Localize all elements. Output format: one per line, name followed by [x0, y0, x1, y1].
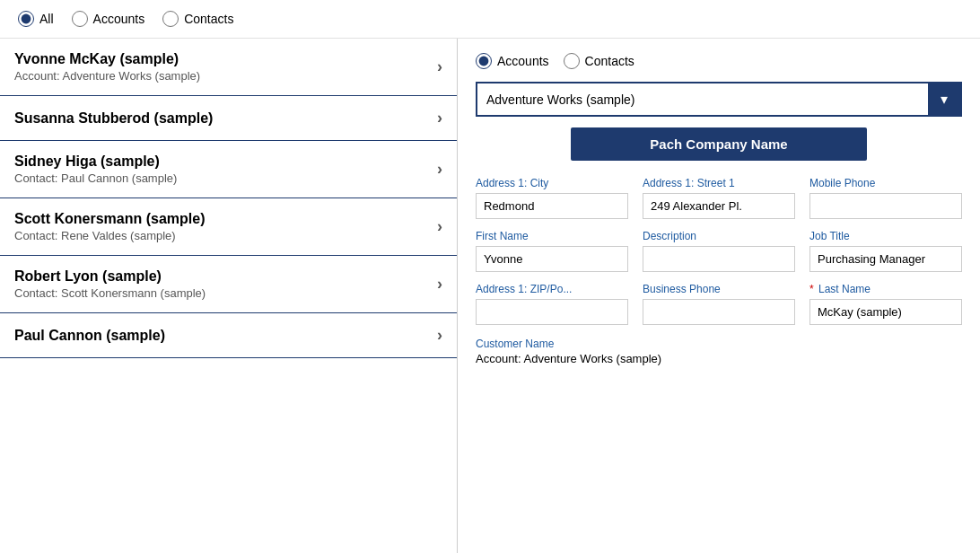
list-item-content: Yvonne McKay (sample)Account: Adventure …	[14, 51, 200, 83]
customer-name-section: Customer Name Account: Adventure Works (…	[476, 338, 962, 365]
input-jobtitle[interactable]	[809, 246, 962, 272]
list-item-arrow-icon: ›	[437, 160, 442, 179]
detail-filter-det-accounts[interactable]: Accounts	[476, 53, 549, 69]
detail-filter-det-contacts[interactable]: Contacts	[564, 53, 634, 69]
field-label-lastname: * Last Name	[809, 283, 962, 295]
field-city: Address 1: City	[476, 177, 628, 219]
filter-label-accounts: Accounts	[93, 12, 145, 26]
detail-radio-det-contacts[interactable]	[564, 53, 580, 69]
field-label-description: Description	[643, 230, 795, 242]
field-mobile: Mobile Phone	[809, 177, 962, 219]
list-item[interactable]: Robert Lyon (sample)Contact: Scott Koner…	[0, 256, 457, 313]
list-item-name: Robert Lyon (sample)	[14, 268, 206, 285]
list-item-arrow-icon: ›	[437, 57, 442, 76]
detail-filter-label-det-contacts: Contacts	[585, 54, 634, 68]
list-item-sub: Contact: Paul Cannon (sample)	[14, 171, 177, 185]
detail-form-grid: Address 1: CityAddress 1: Street 1Mobile…	[476, 177, 962, 325]
field-lastname: * Last Name	[809, 283, 962, 325]
field-label-bizphone: Business Phone	[643, 283, 795, 295]
list-item-name: Paul Cannon (sample)	[14, 328, 165, 344]
list-item[interactable]: Susanna Stubberod (sample)›	[0, 96, 457, 141]
filter-label-all: All	[39, 12, 54, 26]
list-item-arrow-icon: ›	[437, 326, 442, 345]
filter-radio-accounts[interactable]	[72, 11, 88, 27]
left-list-panel: Yvonne McKay (sample)Account: Adventure …	[0, 39, 458, 553]
list-item[interactable]: Sidney Higa (sample)Contact: Paul Cannon…	[0, 141, 457, 198]
list-item-content: Scott Konersmann (sample)Contact: Rene V…	[14, 211, 205, 242]
input-street1[interactable]	[643, 193, 795, 219]
field-zip: Address 1: ZIP/Po...	[476, 283, 628, 325]
list-item-content: Paul Cannon (sample)	[14, 328, 165, 344]
filter-radio-all[interactable]	[18, 11, 34, 27]
list-item-sub: Account: Adventure Works (sample)	[14, 69, 200, 83]
list-item[interactable]: Yvonne McKay (sample)Account: Adventure …	[0, 39, 457, 96]
field-firstname: First Name	[476, 230, 628, 272]
field-label-mobile: Mobile Phone	[809, 177, 962, 189]
filter-label-contacts: Contacts	[184, 12, 233, 26]
filter-all[interactable]: All	[18, 11, 54, 27]
list-item[interactable]: Paul Cannon (sample)›	[0, 313, 457, 358]
customer-name-value: Account: Adventure Works (sample)	[476, 352, 962, 365]
field-label-jobtitle: Job Title	[809, 230, 962, 242]
filter-accounts[interactable]: Accounts	[72, 11, 145, 27]
list-item-sub: Contact: Scott Konersmann (sample)	[14, 286, 206, 300]
list-item-name: Sidney Higa (sample)	[14, 154, 177, 170]
list-item-content: Robert Lyon (sample)Contact: Scott Koner…	[14, 268, 206, 300]
top-filter-bar: AllAccountsContacts	[0, 0, 980, 39]
list-item-arrow-icon: ›	[437, 217, 442, 236]
list-item-content: Susanna Stubberod (sample)	[14, 110, 213, 127]
field-label-zip: Address 1: ZIP/Po...	[476, 283, 628, 295]
detail-radio-row: AccountsContacts	[476, 53, 962, 69]
input-lastname[interactable]	[809, 299, 962, 325]
field-description: Description	[643, 230, 795, 272]
field-jobtitle: Job Title	[809, 230, 962, 272]
list-item-arrow-icon: ›	[437, 275, 442, 294]
list-item-content: Sidney Higa (sample)Contact: Paul Cannon…	[14, 154, 177, 185]
detail-filter-label-det-accounts: Accounts	[497, 54, 549, 68]
input-description[interactable]	[643, 246, 795, 272]
list-item[interactable]: Scott Konersmann (sample)Contact: Rene V…	[0, 198, 457, 256]
list-item-sub: Contact: Rene Valdes (sample)	[14, 229, 205, 242]
dropdown-selected-value: Adventure Works (sample)	[477, 85, 928, 114]
field-bizphone: Business Phone	[643, 283, 795, 325]
list-item-arrow-icon: ›	[437, 109, 442, 127]
patch-company-name-button[interactable]: Pach Company Name	[571, 127, 867, 161]
account-dropdown[interactable]: Adventure Works (sample) ▾	[476, 82, 962, 117]
main-layout: Yvonne McKay (sample)Account: Adventure …	[0, 39, 980, 553]
input-bizphone[interactable]	[643, 299, 795, 325]
list-item-name: Scott Konersmann (sample)	[14, 211, 205, 227]
input-city[interactable]	[476, 193, 628, 219]
detail-radio-det-accounts[interactable]	[476, 53, 492, 69]
list-item-name: Susanna Stubberod (sample)	[14, 110, 213, 127]
field-label-firstname: First Name	[476, 230, 628, 242]
input-zip[interactable]	[476, 299, 628, 325]
input-firstname[interactable]	[476, 246, 628, 272]
right-detail-panel: AccountsContacts Adventure Works (sample…	[458, 39, 980, 553]
filter-radio-contacts[interactable]	[162, 11, 179, 27]
field-label-street1: Address 1: Street 1	[643, 177, 795, 189]
input-mobile[interactable]	[809, 193, 962, 219]
customer-name-label: Customer Name	[476, 338, 962, 350]
filter-contacts[interactable]: Contacts	[162, 11, 233, 27]
required-marker: *	[809, 283, 817, 295]
field-label-city: Address 1: City	[476, 177, 628, 189]
list-item-name: Yvonne McKay (sample)	[14, 51, 200, 67]
field-street1: Address 1: Street 1	[643, 177, 795, 219]
dropdown-toggle-button[interactable]: ▾	[928, 83, 960, 115]
